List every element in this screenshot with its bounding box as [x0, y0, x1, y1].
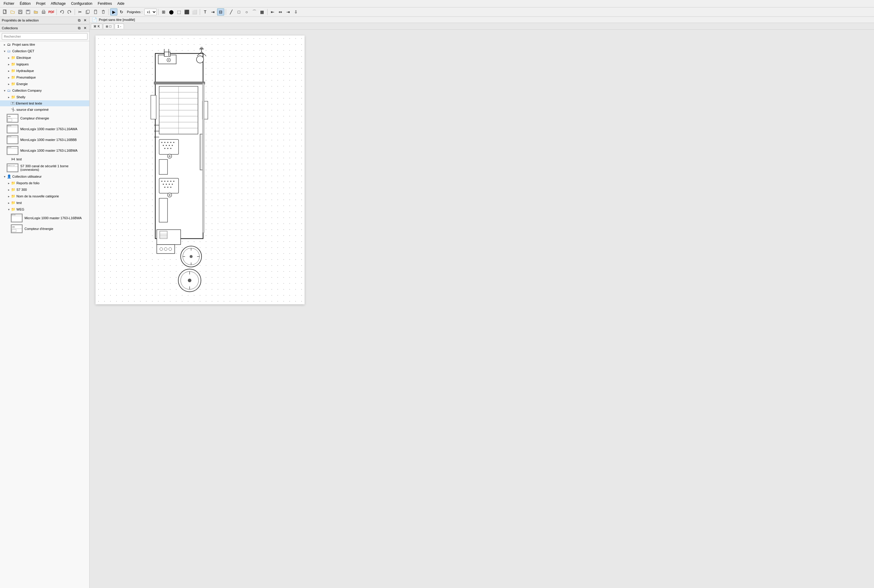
drawing-area[interactable]	[90, 30, 874, 588]
grid-button[interactable]: ⊞	[160, 8, 167, 15]
menu-fenetres[interactable]: Fenêtres	[95, 1, 114, 7]
pneumatique-icon: 📁	[11, 75, 15, 80]
collections-panel: Collections ⧉ ✕ 🗂 Projet sans titre	[0, 24, 89, 588]
save-as-button[interactable]	[24, 8, 31, 15]
menu-affichage[interactable]: Affichage	[48, 1, 68, 7]
menu-aide[interactable]: Aide	[115, 1, 127, 7]
open-folder-button[interactable]	[32, 8, 39, 15]
snap-button[interactable]: ⬚	[175, 8, 183, 15]
align-center-button[interactable]: ⇔	[277, 8, 284, 15]
tree-item-projet[interactable]: 🗂 Projet sans titre	[0, 41, 89, 48]
thumb-item-compteur-weg[interactable]: kWh Compteur d'énergie	[0, 224, 89, 234]
delete-button[interactable]	[100, 8, 107, 15]
menu-bar: Fichier Édition Projet Affichage Configu…	[0, 0, 874, 8]
svg-rect-64	[154, 82, 205, 84]
print-button[interactable]	[40, 8, 47, 15]
draw-rect-button[interactable]: □	[235, 8, 243, 15]
tree-item-hydraulique[interactable]: 📁 Hydraulique	[0, 68, 89, 74]
collections-float-icon[interactable]: ⧉	[77, 26, 81, 30]
hydraulique-icon: 📁	[11, 68, 15, 73]
tree-item-nouvelle-cat[interactable]: 📁 Nom de la nouvelle catégorie	[0, 193, 89, 200]
svg-rect-0	[3, 10, 6, 13]
tree-item-s7-300-cat[interactable]: 📁 S7 300	[0, 186, 89, 193]
svg-rect-108	[159, 198, 168, 222]
crop-button[interactable]: ⬜	[191, 8, 198, 15]
undo-button[interactable]	[58, 8, 65, 15]
arrow-s7-300-cat	[7, 188, 11, 192]
tab-folio[interactable]: ⊞ □	[103, 24, 114, 28]
svg-rect-24	[8, 119, 12, 121]
tree-item-logiques[interactable]: 📁 logiques	[0, 61, 89, 68]
tab-navigate[interactable]: ⌘ K	[91, 24, 102, 28]
handles-select[interactable]: x1x2x3	[144, 9, 157, 15]
align-left-button[interactable]: ⇤	[269, 8, 276, 15]
search-box	[0, 32, 89, 41]
draw-chart-button[interactable]: ▦	[259, 8, 266, 15]
sep6	[226, 9, 226, 15]
menu-fichier[interactable]: Fichier	[1, 1, 17, 7]
tab-page[interactable]: 1 -	[115, 24, 124, 28]
thumb-item-s7-300[interactable]: SIEMENS S7-300 S7 300 canal de sécurité …	[0, 162, 89, 173]
thumb-item-micrologix-1[interactable]: ML1000 MicroLogix 1000 master 1763-L16AW…	[0, 124, 89, 134]
tree-item-energie[interactable]: 📁 Energie	[0, 81, 89, 87]
svg-rect-92	[159, 178, 178, 193]
paste-button[interactable]	[92, 8, 99, 15]
redo-button[interactable]	[66, 8, 73, 15]
menu-configuration[interactable]: Configuration	[69, 1, 94, 7]
svg-point-85	[167, 148, 168, 149]
sep2	[75, 9, 75, 15]
svg-point-95	[167, 181, 168, 182]
collections-close-icon[interactable]: ✕	[83, 26, 87, 30]
thumb-item-compteur-1[interactable]: kWh Compteur d'énergie	[0, 113, 89, 124]
magnetic-button[interactable]: ⬤	[168, 8, 175, 15]
snap2-button[interactable]: ⬛	[183, 8, 190, 15]
text-button[interactable]: T	[202, 8, 209, 15]
arrow-shelly	[7, 95, 11, 99]
menu-edition[interactable]: Édition	[17, 1, 33, 7]
menu-projet[interactable]: Projet	[34, 1, 48, 7]
tree-item-source-air[interactable]: source d'air comprimé	[0, 106, 89, 113]
open-button[interactable]	[9, 8, 16, 15]
shelly-icon: 📁	[11, 94, 15, 99]
svg-point-80	[163, 145, 164, 146]
new-button[interactable]	[1, 8, 8, 15]
properties-close-icon[interactable]: ✕	[83, 18, 87, 23]
draw-poly-button[interactable]: ⌒	[251, 8, 258, 15]
tree-item-test-cat[interactable]: 📁 test	[0, 200, 89, 206]
svg-point-76	[164, 142, 165, 143]
thumb-item-micrologix-2[interactable]: ML1000 MicroLogix 1000 master 1763-L16BB…	[0, 134, 89, 145]
tree-item-pneumatique[interactable]: 📁 Pneumatique	[0, 74, 89, 81]
tree-item-weg[interactable]: 📁 WEG	[0, 206, 89, 213]
export-button[interactable]: ⇥	[209, 8, 216, 15]
tree-item-electrique[interactable]: 📁 Electrique	[0, 54, 89, 61]
properties-float-icon[interactable]: ⧉	[77, 18, 81, 23]
svg-point-94	[164, 181, 165, 182]
thumb-item-micrologix-weg[interactable]: ML1000 MicroLogix 1000 master 1763-L16BW…	[0, 213, 89, 224]
tree-item-collection-user[interactable]: 👤 Collection utilisateur	[0, 173, 89, 180]
svg-point-81	[166, 145, 167, 146]
collections-header: Collections ⧉ ✕	[0, 24, 89, 32]
search-input[interactable]	[2, 33, 87, 40]
svg-rect-6	[27, 10, 28, 11]
pdf-button[interactable]: PDF	[48, 8, 55, 15]
tree-item-reports-folio[interactable]: 📁 Reports de folio	[0, 180, 89, 186]
select-mode-button[interactable]: ▶	[110, 8, 117, 15]
conductor-button[interactable]: ⊟	[217, 8, 224, 15]
rotate-button[interactable]: ↻	[118, 8, 125, 15]
arrow-collection-company	[2, 88, 7, 93]
save-button[interactable]	[17, 8, 24, 15]
copy-button[interactable]	[84, 8, 91, 15]
thumb-item-micrologix-3[interactable]: ML1000 MicroLogix 1000 master 1763-L16BW…	[0, 145, 89, 156]
align-right-button[interactable]: ⇥	[285, 8, 292, 15]
tree-item-collection-qet[interactable]: 🗂 Collection QET	[0, 48, 89, 54]
tree-item-element-test[interactable]: T Element test texte	[0, 100, 89, 106]
draw-ellipse-button[interactable]: ○	[243, 8, 250, 15]
tree-item-test-simple[interactable]: test	[0, 156, 89, 162]
micrologix-3-label: MicroLogix 1000 master 1763-L16BWA	[20, 149, 78, 152]
tree-item-shelly[interactable]: 📁 Shelly	[0, 94, 89, 100]
cut-button[interactable]: ✂	[76, 8, 84, 15]
align-bottom-button[interactable]: ⇩	[292, 8, 300, 15]
tree-item-collection-company[interactable]: 🗂 Collection Company	[0, 87, 89, 94]
draw-line-button[interactable]: ╱	[228, 8, 235, 15]
svg-point-82	[169, 145, 170, 146]
